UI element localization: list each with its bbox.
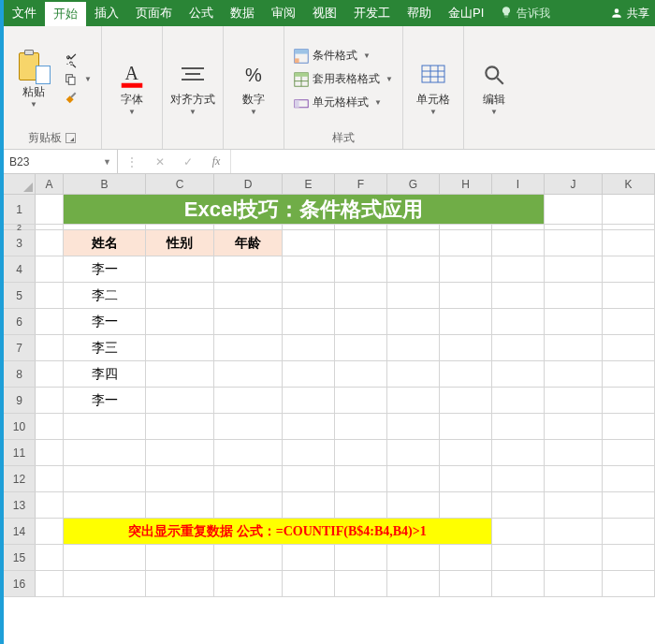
title-cell[interactable]: Excel技巧：条件格式应用: [64, 195, 545, 224]
paste-button[interactable]: 粘贴 ▼: [11, 51, 56, 109]
header-sex[interactable]: 性别: [146, 230, 214, 256]
svg-rect-1: [68, 77, 75, 84]
row-header[interactable]: 9: [4, 388, 36, 413]
cell-style-label: 单元格样式: [313, 95, 369, 110]
row-header[interactable]: 15: [4, 545, 36, 570]
copy-button[interactable]: ▼: [62, 71, 94, 88]
svg-rect-10: [295, 58, 299, 63]
row-header[interactable]: 10: [4, 414, 36, 439]
name-cell[interactable]: 李四: [64, 361, 146, 387]
row-header[interactable]: 6: [4, 309, 36, 334]
column-headers: A B C D E F G H I J K: [4, 174, 655, 195]
col-header[interactable]: D: [214, 174, 283, 194]
alignment-button[interactable]: 对齐方式 ▼: [170, 58, 215, 116]
row-header[interactable]: 11: [4, 440, 36, 465]
tab-page-layout[interactable]: 页面布: [127, 0, 181, 26]
fx-icon: fx: [212, 154, 221, 168]
alignment-label: 对齐方式: [170, 92, 215, 108]
editing-button[interactable]: 编辑 ▼: [472, 58, 517, 116]
select-all-corner[interactable]: [4, 174, 36, 194]
row-header[interactable]: 16: [4, 571, 36, 596]
conditional-format-button[interactable]: 条件格式 ▼: [292, 47, 395, 65]
insert-function-button[interactable]: fx: [202, 150, 230, 173]
chevron-down-icon: ▼: [363, 51, 371, 60]
align-icon: [180, 65, 206, 85]
ribbon: 粘贴 ▼ ▼ 剪贴板 A: [4, 26, 655, 150]
font-label: 字体: [121, 92, 143, 108]
row-header[interactable]: 12: [4, 466, 36, 491]
editing-label: 编辑: [483, 92, 505, 108]
search-icon: [482, 63, 506, 87]
worksheet-grid[interactable]: A B C D E F G H I J K 1 Excel技巧：条件格式应用 2…: [4, 174, 655, 597]
row-header[interactable]: 8: [4, 361, 36, 387]
row-header[interactable]: 4: [4, 256, 36, 282]
col-header[interactable]: F: [335, 174, 387, 194]
row-header[interactable]: 2: [4, 225, 36, 229]
table-format-label: 套用表格格式: [313, 71, 380, 87]
col-header[interactable]: C: [146, 174, 214, 194]
row-header[interactable]: 3: [4, 230, 36, 256]
formula-input[interactable]: [231, 150, 655, 173]
svg-line-23: [497, 78, 503, 84]
col-header[interactable]: I: [492, 174, 545, 194]
tab-home[interactable]: 开始: [45, 0, 86, 26]
row-header[interactable]: 14: [4, 519, 36, 544]
clipboard-dialog-launcher[interactable]: [66, 133, 76, 143]
tab-view[interactable]: 视图: [304, 0, 345, 26]
header-name[interactable]: 姓名: [64, 230, 146, 256]
cancel-formula-button: ✕: [146, 150, 174, 173]
name-box[interactable]: B23 ▼: [4, 150, 118, 173]
name-cell[interactable]: 李一: [64, 388, 146, 413]
table-row: 14 突出显示重复数据 公式：=COUNTIF(B$4:B4,B4)>1: [4, 519, 655, 545]
tab-file[interactable]: 文件: [4, 0, 45, 26]
col-header[interactable]: H: [440, 174, 492, 194]
name-cell[interactable]: 李二: [64, 283, 146, 308]
cells-icon: [419, 63, 447, 87]
tab-formulas[interactable]: 公式: [181, 0, 222, 26]
table-row: 4 李一: [4, 256, 655, 283]
font-color-icon: A: [118, 61, 146, 89]
menu-bar: 文件 开始 插入 页面布 公式 数据 审阅 视图 开发工 帮助 金山PI 告诉我…: [4, 0, 655, 26]
header-age[interactable]: 年龄: [214, 230, 283, 256]
table-format-icon: [294, 72, 309, 87]
col-header[interactable]: A: [36, 174, 64, 194]
tab-jinshan[interactable]: 金山PI: [440, 0, 492, 26]
formula-note-cell[interactable]: 突出显示重复数据 公式：=COUNTIF(B$4:B4,B4)>1: [64, 519, 492, 544]
number-button[interactable]: % 数字 ▼: [231, 58, 276, 116]
col-header[interactable]: G: [387, 174, 440, 194]
col-header[interactable]: J: [545, 174, 603, 194]
table-format-button[interactable]: 套用表格格式 ▼: [292, 70, 395, 88]
tell-me-search[interactable]: 告诉我: [492, 0, 558, 26]
col-header[interactable]: K: [603, 174, 655, 194]
cut-button[interactable]: [62, 52, 94, 69]
tab-review[interactable]: 审阅: [263, 0, 304, 26]
row-header[interactable]: 5: [4, 283, 36, 308]
row-header[interactable]: 13: [4, 492, 36, 518]
tab-data[interactable]: 数据: [222, 0, 263, 26]
chevron-down-icon: ▼: [429, 108, 437, 116]
tab-insert[interactable]: 插入: [86, 0, 127, 26]
cells-button[interactable]: 单元格 ▼: [411, 58, 456, 116]
cell-style-icon: [294, 95, 309, 110]
name-cell[interactable]: 李一: [64, 256, 146, 282]
tab-help[interactable]: 帮助: [399, 0, 440, 26]
name-cell[interactable]: 李三: [64, 335, 146, 360]
svg-rect-16: [295, 99, 299, 107]
svg-rect-4: [122, 83, 143, 88]
col-header[interactable]: B: [64, 174, 146, 194]
font-button[interactable]: A 字体 ▼: [109, 58, 154, 116]
tab-developer[interactable]: 开发工: [345, 0, 399, 26]
col-header[interactable]: E: [283, 174, 335, 194]
row-header[interactable]: 1: [4, 195, 36, 224]
table-row: 1 Excel技巧：条件格式应用: [4, 195, 655, 225]
chevron-down-icon: ▼: [128, 108, 136, 116]
cell-style-button[interactable]: 单元格样式 ▼: [292, 94, 395, 111]
group-cells: 单元格 ▼: [403, 26, 464, 149]
share-button[interactable]: 共享: [604, 0, 655, 26]
row-header[interactable]: 7: [4, 335, 36, 360]
format-painter-button[interactable]: [62, 90, 94, 107]
group-clipboard: 粘贴 ▼ ▼ 剪贴板: [4, 26, 102, 149]
name-cell[interactable]: 李一: [64, 309, 146, 334]
chevron-down-icon: ▼: [84, 75, 92, 83]
fb-ext-button[interactable]: ⋮: [118, 150, 146, 173]
